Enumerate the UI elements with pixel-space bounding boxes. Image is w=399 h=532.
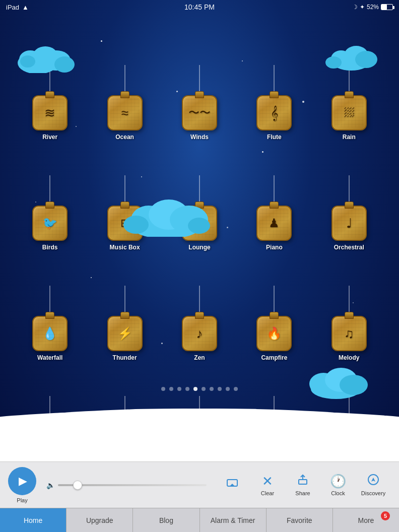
discovery-button[interactable]: Discovery xyxy=(361,474,386,496)
tab-favorite-label: Favorite xyxy=(287,516,312,524)
airplay-icon xyxy=(226,478,238,493)
page-dot-6[interactable] xyxy=(202,387,206,391)
tab-alarm-label: Alarm & Timer xyxy=(211,516,255,524)
sound-item-campfire[interactable]: 🔥 Campfire xyxy=(239,256,309,361)
clock-icon: 🕐 xyxy=(330,474,346,489)
sound-label-river: River xyxy=(42,134,57,141)
sound-tile-thunder: ⚡ xyxy=(107,316,143,351)
clock-label: Clock xyxy=(331,490,345,496)
tab-alarm[interactable]: Alarm & Timer xyxy=(200,508,267,532)
share-label: Share xyxy=(295,490,310,496)
share-icon xyxy=(297,474,309,489)
page-dot-9[interactable] xyxy=(226,387,230,391)
tab-favorite[interactable]: Favorite xyxy=(267,508,333,532)
tab-blog-label: Blog xyxy=(159,516,173,524)
page-dot-1[interactable] xyxy=(161,387,165,391)
discovery-icon xyxy=(367,474,379,489)
share-button[interactable]: Share xyxy=(290,474,315,496)
page-dot-8[interactable] xyxy=(218,387,222,391)
sound-label-zen: Zen xyxy=(194,354,205,361)
wifi-icon: ▲ xyxy=(22,4,29,11)
sound-tile-river: ≋ xyxy=(32,95,68,130)
sound-item-melody[interactable]: ♫ Melody xyxy=(314,256,384,361)
airplay-button[interactable] xyxy=(220,478,245,493)
sound-tile-lounge: 𝄞 xyxy=(182,206,217,241)
sound-item-thunder[interactable]: ⚡ Thunder xyxy=(90,256,159,361)
sound-tile-melody: ♫ xyxy=(331,316,367,351)
sound-tile-winds: 〜〜 xyxy=(182,95,217,130)
status-left: iPad ▲ xyxy=(6,4,29,11)
main-background: ≋ River ≈ Ocean 〜〜 Winds 𝄞 Flute xyxy=(0,0,399,482)
sound-item-lounge[interactable]: 𝄞 Lounge xyxy=(165,146,234,251)
volume-slider-container[interactable]: 🔈 xyxy=(46,481,210,489)
sound-label-rain: Rain xyxy=(343,134,356,141)
sound-label-orchestral: Orchestral xyxy=(334,244,364,251)
battery-percent: 52% xyxy=(367,4,379,11)
sound-tile-music-box: ⊞ xyxy=(107,206,143,241)
sound-tile-orchestral: ♩ xyxy=(331,206,367,241)
tab-home[interactable]: Home xyxy=(0,508,66,532)
play-label: Play xyxy=(17,497,27,503)
sound-label-lounge: Lounge xyxy=(188,244,210,251)
page-dot-3[interactable] xyxy=(177,387,181,391)
play-icon: ▶ xyxy=(19,475,27,488)
tab-blog[interactable]: Blog xyxy=(133,508,200,532)
page-dot-2[interactable] xyxy=(169,387,173,391)
sound-label-winds: Winds xyxy=(190,134,209,141)
sound-item-waterfall[interactable]: 💧 Waterfall xyxy=(15,256,85,361)
tab-bar: Home Upgrade Blog Alarm & Timer Favorite… xyxy=(0,508,399,532)
page-dots xyxy=(161,387,238,391)
sound-label-ocean: Ocean xyxy=(115,134,134,141)
tab-upgrade[interactable]: Upgrade xyxy=(66,508,133,532)
svg-rect-22 xyxy=(299,480,307,484)
battery-icon xyxy=(381,4,393,10)
sound-item-river[interactable]: ≋ River xyxy=(15,35,85,141)
moon-icon: ☽ xyxy=(352,4,358,11)
sound-label-melody: Melody xyxy=(339,354,359,361)
sound-tile-flute: 𝄞 xyxy=(256,95,292,130)
sound-label-birds: Birds xyxy=(42,244,58,251)
sound-label-flute: Flute xyxy=(267,134,282,141)
volume-thumb[interactable] xyxy=(73,481,82,490)
clear-button[interactable]: ✕ Clear xyxy=(255,474,280,496)
volume-low-icon: 🔈 xyxy=(46,481,55,489)
sound-item-orchestral[interactable]: ♩ Orchestral xyxy=(314,146,384,251)
discovery-label: Discovery xyxy=(361,490,385,496)
ipad-label: iPad xyxy=(6,4,19,11)
page-dot-5[interactable] xyxy=(193,387,197,391)
tab-more[interactable]: More 5 xyxy=(333,508,399,532)
sound-item-zen[interactable]: ♪ Zen xyxy=(165,256,234,361)
sound-tile-piano: ♟ xyxy=(256,206,292,241)
sound-tile-waterfall: 💧 xyxy=(32,316,68,351)
clear-label: Clear xyxy=(261,490,274,496)
sound-item-ocean[interactable]: ≈ Ocean xyxy=(90,35,159,141)
play-button[interactable]: ▶ xyxy=(8,467,36,495)
clear-icon: ✕ xyxy=(262,474,273,489)
sound-tile-birds: 🐦 xyxy=(32,206,68,241)
clock-button[interactable]: 🕐 Clock xyxy=(325,474,351,496)
play-section: ▶ Play xyxy=(8,467,36,503)
tab-upgrade-label: Upgrade xyxy=(86,516,113,524)
sound-label-music-box: Music Box xyxy=(110,244,140,251)
sound-label-waterfall: Waterfall xyxy=(37,354,62,361)
sound-tile-ocean: ≈ xyxy=(107,95,143,130)
sound-label-campfire: Campfire xyxy=(261,354,287,361)
tab-home-label: Home xyxy=(24,516,42,524)
sound-item-piano[interactable]: ♟ Piano xyxy=(239,146,309,251)
sound-item-birds[interactable]: 🐦 Birds xyxy=(15,146,85,251)
page-dot-4[interactable] xyxy=(185,387,189,391)
sound-item-music-box[interactable]: ⊞ Music Box xyxy=(90,146,159,251)
page-dot-7[interactable] xyxy=(210,387,214,391)
tab-more-badge: 5 xyxy=(381,511,390,520)
status-bar: iPad ▲ 10:45 PM ☽ ✦ 52% xyxy=(0,0,399,14)
page-dot-10[interactable] xyxy=(234,387,238,391)
sound-label-piano: Piano xyxy=(266,244,283,251)
status-time: 10:45 PM xyxy=(184,3,215,11)
volume-slider[interactable] xyxy=(58,484,207,486)
sound-item-winds[interactable]: 〜〜 Winds xyxy=(165,35,234,141)
svg-marker-24 xyxy=(371,478,375,482)
sound-item-flute[interactable]: 𝄞 Flute xyxy=(239,35,309,141)
status-right: ☽ ✦ 52% xyxy=(352,4,393,11)
sound-item-rain[interactable]: ⛆ Rain xyxy=(314,35,384,141)
sound-label-thunder: Thunder xyxy=(113,354,137,361)
